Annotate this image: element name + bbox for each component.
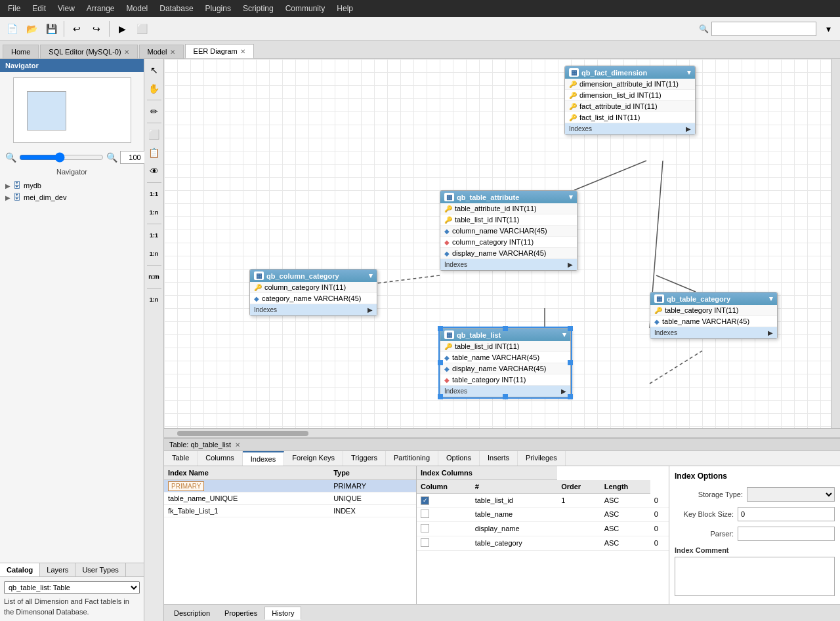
index-row-unique[interactable]: table_name_UNIQUE UNIQUE <box>164 492 416 505</box>
tool-1-1b[interactable]: 1:1 <box>146 227 163 244</box>
tool-1-nb[interactable]: 1:n <box>146 245 163 262</box>
info-dropdown[interactable]: qb_table_list: Table <box>4 581 140 594</box>
idx-col-check-4[interactable] <box>417 536 471 550</box>
tool-rectangle[interactable]: ⬜ <box>146 126 163 143</box>
tab-home[interactable]: Home <box>3 45 39 58</box>
zoom-in-button[interactable]: 🔍 <box>106 151 117 163</box>
eer-table-qb-column-category[interactable]: ▦ qb_column_category ▾ 🔑 column_category… <box>249 269 377 316</box>
tool-select[interactable]: ↖ <box>146 62 163 79</box>
eer-table-qb-table-list[interactable]: ▦ qb_table_list ▾ 🔑 table_list_id INT(11… <box>440 328 571 397</box>
fact-dimension-menu[interactable]: ▾ <box>687 68 691 77</box>
table-attribute-menu[interactable]: ▾ <box>569 193 573 201</box>
idx-col-check-1[interactable] <box>417 494 471 508</box>
diagram-scrollbar-v[interactable] <box>831 59 840 428</box>
search-input[interactable] <box>711 22 816 36</box>
undo-button[interactable]: ↩ <box>68 20 86 38</box>
checkbox-2[interactable] <box>421 510 429 518</box>
menu-scripting[interactable]: Scripting <box>238 3 279 14</box>
zoom-slider[interactable] <box>19 152 104 163</box>
bottom-tab-inserts[interactable]: Inserts <box>480 451 518 466</box>
column-category-menu[interactable]: ▾ <box>369 271 373 280</box>
execute-button[interactable]: ▶ <box>113 20 131 38</box>
idx-col-row-3[interactable]: display_name ASC 0 <box>417 521 669 536</box>
tool-view[interactable]: 👁 <box>146 163 163 180</box>
resize-r[interactable] <box>568 360 573 365</box>
idx-col-row-1[interactable]: table_list_id 1 ASC 0 <box>417 494 669 508</box>
bottom-tab-table[interactable]: Table <box>164 451 198 466</box>
tool-hand[interactable]: ✋ <box>146 80 163 97</box>
bottom-tab-foreign-keys[interactable]: Foreign Keys <box>284 451 343 466</box>
zoom-out-button[interactable]: 🔍 <box>5 151 16 163</box>
h-scroll-thumb[interactable] <box>177 431 308 436</box>
diagram-canvas[interactable]: ▦ qb_fact_dimension ▾ 🔑 dimension_attrib… <box>164 59 840 428</box>
menu-help[interactable]: Help <box>331 3 358 14</box>
bottom-tab-indexes[interactable]: Indexes <box>243 451 285 466</box>
eer-table-qb-table-attribute[interactable]: ▦ qb_table_attribute ▾ 🔑 table_attribute… <box>440 190 578 271</box>
bottom-panel-close[interactable]: ✕ <box>235 441 240 449</box>
index-row-primary[interactable]: PRIMARY PRIMARY <box>164 480 416 492</box>
resize-t[interactable] <box>503 326 508 331</box>
table-category-menu[interactable]: ▾ <box>769 294 773 303</box>
bottom-tab-triggers[interactable]: Triggers <box>343 451 386 466</box>
idx-col-check-2[interactable] <box>417 507 471 521</box>
menu-community[interactable]: Community <box>280 3 331 14</box>
redo-button[interactable]: ↪ <box>87 20 106 38</box>
eer-table-qb-table-category[interactable]: ▦ qb_table_category ▾ 🔑 table_category I… <box>650 292 778 339</box>
panel-btab-history[interactable]: History <box>264 607 301 620</box>
menu-view[interactable]: View <box>52 3 80 14</box>
resize-tl[interactable] <box>438 326 443 331</box>
menu-arrange[interactable]: Arrange <box>81 3 120 14</box>
save-button[interactable]: 💾 <box>42 20 60 38</box>
stop-button[interactable]: ⬜ <box>133 20 151 38</box>
bottom-tab-columns[interactable]: Columns <box>198 451 242 466</box>
tab-model-close[interactable]: ✕ <box>170 49 175 56</box>
tool-table[interactable]: 📋 <box>146 144 163 161</box>
minimap[interactable] <box>13 77 131 143</box>
resize-br[interactable] <box>568 394 573 399</box>
left-tab-user-types[interactable]: User Types <box>75 563 125 576</box>
tab-eer-diagram[interactable]: EER Diagram ✕ <box>185 44 254 58</box>
idx-col-row-2[interactable]: table_name ASC 0 <box>417 507 669 521</box>
storage-type-select[interactable] <box>747 487 835 502</box>
checkbox-1[interactable] <box>421 496 429 505</box>
bottom-tab-partitioning[interactable]: Partitioning <box>386 451 438 466</box>
menu-model[interactable]: Model <box>121 3 154 14</box>
tool-1-1[interactable]: 1:1 <box>146 186 163 203</box>
table-list-menu[interactable]: ▾ <box>562 331 566 339</box>
table-category-indexes[interactable]: Indexes ▶ <box>650 327 777 338</box>
tree-item-mydb[interactable]: ▶ 🗄 mydb <box>3 180 141 191</box>
idx-col-row-4[interactable]: table_category ASC 0 <box>417 536 669 550</box>
open-button[interactable]: 📂 <box>22 20 41 38</box>
resize-b[interactable] <box>503 394 508 399</box>
fact-dimension-indexes[interactable]: Indexes ▶ <box>565 123 695 134</box>
panel-btab-properties[interactable]: Properties <box>217 607 264 620</box>
left-tab-catalog[interactable]: Catalog <box>0 563 40 576</box>
left-tab-layers[interactable]: Layers <box>40 563 75 576</box>
resize-bl[interactable] <box>438 394 443 399</box>
bottom-tab-privileges[interactable]: Privileges <box>518 451 566 466</box>
tool-1-nc[interactable]: 1:n <box>146 291 163 308</box>
resize-tr[interactable] <box>568 326 573 331</box>
index-row-fk[interactable]: fk_Table_List_1 INDEX <box>164 505 416 517</box>
tool-eraser[interactable]: ✏ <box>146 103 163 120</box>
menu-plugins[interactable]: Plugins <box>200 3 236 14</box>
tab-eer-diagram-close[interactable]: ✕ <box>240 48 245 55</box>
menu-database[interactable]: Database <box>154 3 198 14</box>
tool-nm[interactable]: n:m <box>146 268 163 285</box>
index-comment-textarea[interactable] <box>675 557 835 596</box>
search-options-button[interactable]: ▾ <box>819 20 837 38</box>
idx-col-check-3[interactable] <box>417 521 471 536</box>
panel-btab-description[interactable]: Description <box>167 607 217 620</box>
tab-sql-editor-close[interactable]: ✕ <box>124 49 129 56</box>
diagram-scrollbar-h[interactable] <box>164 428 840 437</box>
tab-sql-editor[interactable]: SQL Editor (MySQL-0) ✕ <box>40 45 137 58</box>
eer-table-qb-fact-dimension[interactable]: ▦ qb_fact_dimension ▾ 🔑 dimension_attrib… <box>564 66 696 135</box>
tool-1-n[interactable]: 1:n <box>146 204 163 221</box>
checkbox-4[interactable] <box>421 538 429 547</box>
new-button[interactable]: 📄 <box>3 20 21 38</box>
menu-file[interactable]: File <box>3 3 26 14</box>
resize-l[interactable] <box>438 360 443 365</box>
key-block-size-input[interactable] <box>738 507 835 521</box>
bottom-tab-options[interactable]: Options <box>438 451 480 466</box>
column-category-indexes[interactable]: Indexes ▶ <box>250 304 377 315</box>
